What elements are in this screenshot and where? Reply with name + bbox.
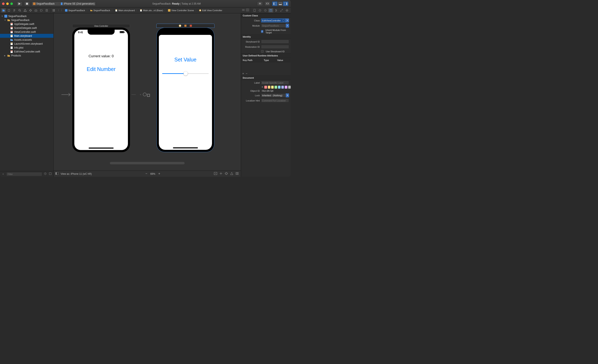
toggle-inspector-button[interactable] [283, 1, 288, 6]
value-slider[interactable] [162, 71, 209, 75]
tree-project-root[interactable]: ▼ SeguePassBack [0, 14, 53, 18]
view-controller-view[interactable]: 9:41 Current value: 0 Edit Number [74, 30, 128, 150]
scheme-selector[interactable]: SeguePassBack 〉 iPhone SE (2nd generatio… [32, 1, 96, 6]
tree-file[interactable]: ViewController.swift [0, 30, 53, 34]
constraints-button-1[interactable] [214, 172, 217, 176]
zoom-icon[interactable] [10, 2, 13, 5]
history-inspector-tab[interactable] [257, 8, 262, 12]
scene-label-selected[interactable] [156, 24, 215, 28]
set-value-button[interactable]: Set Value [159, 57, 212, 63]
constraints-button-2[interactable] [219, 172, 223, 176]
attributes-inspector-tab[interactable] [274, 8, 279, 12]
exit-icon[interactable] [189, 24, 192, 27]
back-button[interactable]: 〈 [56, 8, 60, 12]
connections-inspector-tab[interactable] [284, 8, 290, 12]
project-navigator-tab[interactable] [1, 8, 6, 12]
constraints-button-3[interactable] [225, 172, 228, 176]
recent-filter-icon[interactable] [43, 172, 47, 176]
tree-file[interactable]: Info.plist [0, 46, 53, 50]
crumb-group[interactable]: SeguePassBack [89, 9, 111, 12]
color-swatch[interactable] [268, 86, 270, 89]
segue-arrow[interactable] [131, 93, 141, 97]
color-swatch[interactable] [278, 86, 281, 89]
zoom-out-button[interactable]: − [144, 172, 148, 176]
inherit-module-checkbox[interactable]: ✓ [261, 30, 263, 33]
tree-file[interactable]: AppDelegate.swift [0, 22, 53, 26]
breakpoint-navigator-tab[interactable] [39, 8, 44, 12]
tree-file[interactable]: EditViewController.swift [0, 50, 53, 54]
issue-navigator-tab[interactable] [23, 8, 27, 12]
adjust-editor-button[interactable] [242, 9, 245, 12]
symbol-navigator-tab[interactable] [12, 8, 17, 12]
lock-field[interactable]: Inherited - (Nothing)⇅ [261, 93, 289, 97]
module-field[interactable]: SeguePassBack▾ [261, 24, 289, 28]
code-review-button[interactable] [265, 1, 270, 6]
help-inspector-tab[interactable]: ? [263, 8, 268, 12]
runtime-attributes-table[interactable]: Key PathTypeValue [241, 58, 291, 71]
source-control-tab[interactable] [7, 8, 11, 12]
run-button[interactable] [17, 1, 22, 6]
crumb-project[interactable]: SeguePassBack [64, 9, 86, 12]
tree-file[interactable]: Assets.xcassets [0, 38, 53, 42]
current-value-label[interactable]: Current value: 0 [74, 54, 128, 58]
color-swatch[interactable] [285, 86, 287, 89]
debug-navigator-tab[interactable] [34, 8, 38, 12]
tree-products[interactable]: ▶Products [0, 54, 53, 57]
stop-button[interactable] [24, 1, 30, 6]
clear-color-icon[interactable]: ✕ [261, 86, 264, 89]
color-swatch[interactable] [264, 86, 267, 89]
tree-group[interactable]: ▼ SeguePassBack [0, 18, 53, 22]
class-field[interactable]: EditViewController◯▾ [261, 18, 289, 22]
crumb-controller[interactable]: Edit View Controller [198, 9, 223, 12]
zoom-level[interactable]: 69% [150, 172, 155, 175]
crumb-base[interactable]: Main.sto...rd (Base) [139, 9, 164, 12]
localizer-hint-field[interactable]: Comment For Localizer [261, 98, 289, 103]
scene-label[interactable]: View Controller [72, 24, 130, 28]
interface-builder-canvas[interactable]: View Controller 9:41 Current value: 0 Ed… [54, 13, 241, 170]
toggle-debug-button[interactable] [278, 1, 283, 6]
toggle-navigator-button[interactable] [272, 1, 278, 6]
report-navigator-tab[interactable] [44, 8, 49, 12]
color-swatch[interactable] [281, 86, 284, 89]
identity-inspector-tab[interactable] [268, 8, 273, 12]
crumb-scene[interactable]: View Controller Scene [167, 9, 195, 12]
document-outline-button[interactable] [56, 172, 58, 175]
forward-button[interactable]: 〉 [60, 8, 64, 12]
constraints-button-4[interactable] [230, 172, 233, 176]
horizontal-scrollbar[interactable] [110, 162, 185, 164]
file-inspector-tab[interactable] [252, 8, 257, 12]
add-button[interactable]: + [1, 173, 5, 176]
constraints-button-5[interactable] [235, 172, 239, 176]
segue-icon[interactable] [143, 93, 147, 96]
storyboard-id-field[interactable] [261, 40, 289, 44]
find-navigator-tab[interactable] [17, 8, 22, 12]
size-inspector-tab[interactable] [279, 8, 284, 12]
test-navigator-tab[interactable] [28, 8, 33, 12]
color-swatch[interactable] [274, 86, 277, 89]
related-items-button[interactable] [52, 9, 56, 12]
label-field[interactable]: Xcode Specific Label [261, 81, 289, 85]
add-editor-button[interactable] [246, 9, 249, 12]
view-controller-view[interactable]: Set Value [159, 30, 212, 150]
edit-number-button[interactable]: Edit Number [74, 66, 128, 72]
view-as-label[interactable]: View as: iPhone 11 (wC hR) [61, 172, 92, 175]
color-swatch[interactable] [271, 86, 274, 89]
first-responder-icon[interactable] [184, 24, 187, 27]
rta-remove-button[interactable]: − [246, 72, 247, 75]
view-controller-icon[interactable] [178, 24, 182, 27]
scm-filter-icon[interactable] [48, 172, 52, 176]
zoom-in-button[interactable]: + [158, 172, 161, 176]
tree-file[interactable]: LaunchScreen.storyboard [0, 42, 53, 46]
minimize-icon[interactable] [6, 2, 9, 5]
rta-add-button[interactable]: + [242, 72, 244, 75]
crumb-storyboard[interactable]: Main.storyboard [114, 9, 136, 12]
color-swatch[interactable] [288, 86, 291, 89]
tree-file-selected[interactable]: Main.storyboard [0, 34, 53, 38]
filter-input[interactable] [6, 172, 42, 176]
close-icon[interactable] [2, 2, 5, 5]
entry-point-arrow[interactable] [61, 93, 71, 97]
restoration-id-field[interactable] [261, 45, 289, 49]
use-storyboard-id-checkbox[interactable] [261, 50, 264, 53]
tree-file[interactable]: SceneDelegate.swift [0, 26, 53, 30]
library-button[interactable] [257, 1, 263, 6]
